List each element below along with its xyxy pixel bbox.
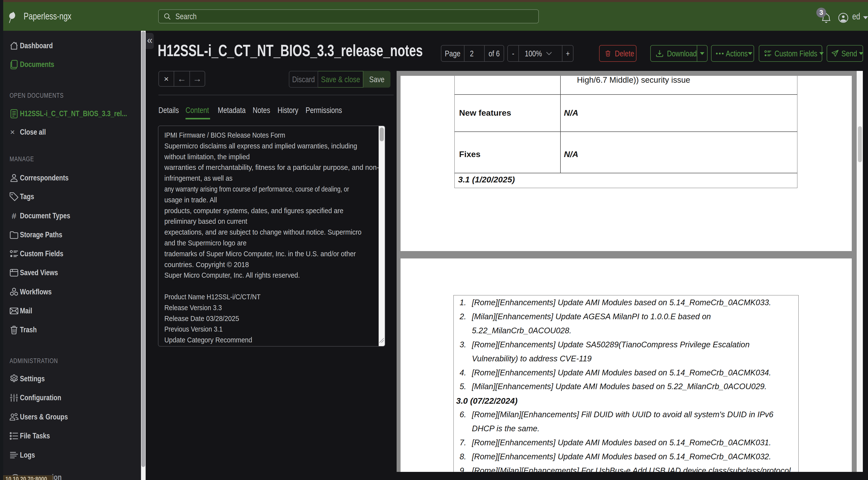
svg-text:#: # xyxy=(12,211,17,220)
